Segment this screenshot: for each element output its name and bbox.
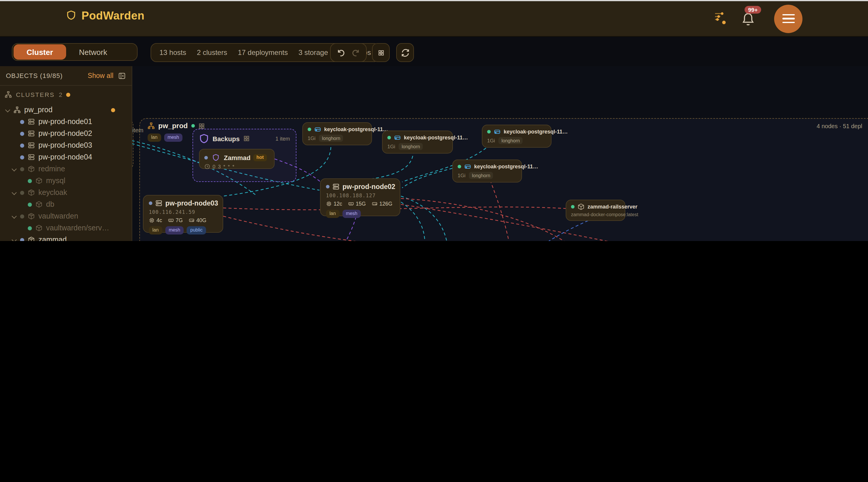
sidebar-item-label: pw-prod-node01 bbox=[38, 118, 92, 126]
pvc-title: keycloak-postgresql-11… bbox=[324, 126, 388, 132]
pvc-size: 1Gi bbox=[388, 144, 395, 149]
sidebar-item-label: pw-prod-node03 bbox=[38, 141, 92, 149]
undo-icon[interactable] bbox=[337, 48, 345, 57]
tag-lan: lan bbox=[148, 133, 161, 142]
sidebar-item-label: vaultwarden/serv… bbox=[46, 224, 109, 232]
backups-count: 1 item bbox=[275, 135, 290, 142]
item-type-icon bbox=[35, 177, 42, 184]
tab-network[interactable]: Network bbox=[66, 44, 120, 60]
status-dot bbox=[458, 165, 461, 168]
pvc-size: 1Gi bbox=[487, 138, 495, 144]
group-status-dot bbox=[191, 124, 195, 128]
sidebar-title: OBJECTS (19/85) bbox=[6, 72, 63, 79]
disk-value: 126G bbox=[379, 201, 392, 207]
item-type-icon bbox=[28, 236, 35, 241]
status-dot bbox=[149, 202, 152, 205]
grid-icon[interactable] bbox=[243, 135, 250, 142]
disk-icon bbox=[371, 201, 378, 207]
clipped-group-label: item bbox=[132, 127, 144, 133]
sidebar-item-label: db bbox=[46, 200, 54, 209]
status-dot bbox=[28, 202, 32, 206]
status-dot bbox=[28, 226, 32, 230]
sidebar-item[interactable]: pw-prod-node04 bbox=[0, 151, 132, 163]
show-all-link[interactable]: Show all bbox=[88, 72, 113, 79]
chevron-icon[interactable] bbox=[11, 214, 17, 219]
cpu-value: 4c bbox=[156, 217, 162, 223]
pvc-card[interactable]: keycloak-postgresql-11… 1Gi longhorn bbox=[482, 125, 552, 148]
item-type-icon bbox=[35, 201, 42, 208]
stat-storage: 3 storage bbox=[299, 49, 328, 57]
backup-item-zammad[interactable]: Zammad hot 0 3 * * * bbox=[199, 149, 275, 169]
topology-canvas[interactable]: item pw_prod lan mesh 4 nodes · 51 depl bbox=[132, 66, 868, 241]
sidebar-item[interactable]: redmine bbox=[0, 163, 132, 175]
sidebar-item[interactable]: pw-prod-node01 bbox=[0, 116, 132, 128]
sidebar-item[interactable]: zammad bbox=[0, 234, 132, 241]
tab-cluster[interactable]: Cluster bbox=[13, 44, 66, 60]
clusters-section-header[interactable]: CLUSTERS 2 bbox=[5, 91, 70, 98]
item-type-icon bbox=[28, 165, 35, 173]
host-tag: public bbox=[187, 226, 206, 234]
menu-button[interactable] bbox=[774, 4, 802, 33]
sidebar-item[interactable]: mysql bbox=[0, 175, 132, 187]
host-title: pw-prod-node03 bbox=[165, 200, 218, 207]
status-dot bbox=[308, 128, 311, 131]
sidebar-item-label: pw_prod bbox=[24, 106, 53, 114]
item-type-icon bbox=[28, 189, 35, 196]
pvc-card[interactable]: keycloak-postgresql-11… 1Gi longhorn bbox=[452, 159, 522, 183]
ram-value: 15G bbox=[356, 201, 366, 207]
chevron-icon[interactable] bbox=[5, 107, 10, 113]
sidebar-item[interactable]: pw-prod-node02 bbox=[0, 128, 132, 140]
tag-mesh: mesh bbox=[164, 133, 182, 142]
status-dot bbox=[20, 131, 24, 135]
deployment-image: zammad-docker-compose:latest bbox=[571, 212, 620, 217]
collapse-sidebar-icon[interactable] bbox=[118, 72, 126, 80]
host-card[interactable]: pw-prod-node02 100.108.188.127 12c 15G 1… bbox=[320, 178, 400, 216]
hot-badge: hot bbox=[254, 154, 267, 161]
chevron-icon[interactable] bbox=[11, 190, 17, 195]
sidebar-item-label: zammad bbox=[38, 236, 67, 241]
sidebar-item-label: pw-prod-node02 bbox=[38, 129, 92, 138]
volume-icon bbox=[314, 126, 321, 133]
notifications-button[interactable]: 99+ bbox=[741, 7, 761, 30]
refresh-button[interactable] bbox=[396, 43, 414, 62]
disk-value: 40G bbox=[196, 217, 206, 223]
clusters-label: CLUSTERS bbox=[16, 91, 55, 98]
sidebar-item[interactable]: vaultwarden/serv… bbox=[0, 222, 132, 234]
host-ip: 100.116.241.59 bbox=[149, 209, 217, 215]
group-name: pw_prod bbox=[158, 122, 188, 130]
pvc-title: keycloak-postgresql-11… bbox=[404, 135, 468, 141]
host-card[interactable]: pw-prod-node03 100.116.241.59 4c 7G 40G … bbox=[143, 195, 223, 233]
status-dot bbox=[20, 214, 24, 218]
server-icon bbox=[155, 200, 162, 207]
ram-icon bbox=[347, 201, 354, 207]
storage-class-badge: longhorn bbox=[498, 137, 523, 144]
backups-group[interactable]: Backups 1 item Zammad hot 0 3 * * * bbox=[192, 129, 297, 182]
sidebar-item-label: keycloak bbox=[38, 188, 67, 197]
group-header[interactable]: pw_prod bbox=[148, 122, 205, 130]
pvc-card[interactable]: keycloak-postgresql-11… 1Gi longhorn bbox=[382, 130, 453, 154]
item-type-icon bbox=[35, 224, 42, 232]
backup-name: Zammad bbox=[224, 154, 251, 161]
deployment-card[interactable]: zammad-railsserver zammad-docker-compose… bbox=[566, 200, 625, 221]
sidebar-item[interactable]: db bbox=[0, 199, 132, 210]
storage-class-badge: longhorn bbox=[469, 172, 493, 179]
pvc-card[interactable]: keycloak-postgresql-11… 1Gi longhorn bbox=[302, 122, 372, 145]
chevron-icon[interactable] bbox=[11, 166, 17, 172]
sidebar-item[interactable]: pw_prod bbox=[0, 104, 132, 116]
host-ip: 100.108.188.127 bbox=[326, 192, 395, 199]
redo-icon[interactable] bbox=[351, 48, 360, 57]
item-type-icon bbox=[28, 154, 35, 161]
filters-sliders-icon[interactable] bbox=[714, 10, 728, 27]
grid-icon[interactable] bbox=[198, 123, 205, 129]
cluster-icon bbox=[5, 91, 12, 98]
cpu-icon bbox=[149, 217, 155, 223]
layout-grid-button[interactable] bbox=[372, 43, 390, 62]
sidebar-item[interactable]: vaultwarden bbox=[0, 210, 132, 222]
item-type-icon bbox=[13, 106, 21, 113]
status-dot bbox=[20, 120, 24, 124]
item-type-icon bbox=[28, 130, 35, 137]
sidebar-item[interactable]: keycloak bbox=[0, 187, 132, 199]
ram-icon bbox=[167, 217, 174, 223]
sidebar-item[interactable]: pw-prod-node03 bbox=[0, 140, 132, 151]
chevron-icon[interactable] bbox=[11, 237, 17, 241]
